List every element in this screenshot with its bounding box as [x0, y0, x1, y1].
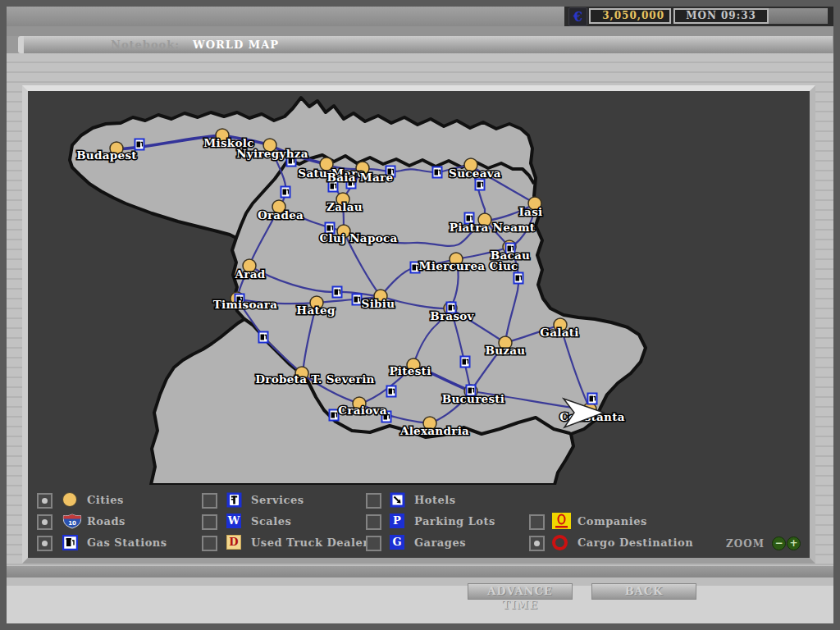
window-frame-bottom [0, 623, 840, 630]
city-label: Galati [540, 326, 578, 339]
city-label: Iasi [519, 205, 543, 218]
city-label: Zalau [326, 200, 363, 213]
services-icon [226, 492, 242, 508]
gas-station-icon [588, 394, 597, 404]
gas-station-icon [281, 187, 290, 198]
gas-station-icon [353, 294, 362, 305]
zoom-in-button[interactable]: + [787, 536, 801, 550]
zoom-control: ZOOM − + [707, 536, 806, 552]
parking-icon: P [390, 514, 404, 528]
map-panel: BudapestMiskolcNyiregyhzaSatu MareBaia M… [22, 85, 815, 564]
city-label: Buzau [486, 344, 526, 357]
legend-icon-parking-lots: P [390, 513, 409, 529]
advance-time-button[interactable]: ADVANCE TIME [468, 583, 573, 600]
clock-display: MON 09:33 [673, 8, 769, 24]
legend-checkbox-roads[interactable] [37, 514, 52, 530]
gas-station-icon [476, 180, 485, 190]
map-legend: ZOOM − + Cities10RoadsGas StationsServic… [28, 485, 810, 558]
city-label: Piatra Neamt [450, 221, 536, 234]
legend-checkbox-gas-stations[interactable] [37, 536, 52, 551]
zoom-out-button[interactable]: − [772, 536, 786, 550]
gas-station-icon [514, 273, 523, 284]
city-label: Pitesti [389, 364, 431, 377]
city-label: Hateg [296, 304, 336, 317]
city-label: Sibiu [362, 297, 395, 310]
legend-checkbox-parking-lots[interactable] [366, 514, 381, 530]
city-label: Brasov [430, 309, 474, 322]
status-panel: € 3,050,000 MON 09:33 [564, 7, 833, 26]
gas-station-icon [62, 535, 78, 550]
city-label: Timisoara [213, 298, 278, 311]
city-label: Alexandria [399, 424, 469, 437]
gas-station-icon [387, 386, 396, 397]
legend-checkbox-hotels[interactable] [366, 493, 381, 509]
legend-checkbox-cargo-destination[interactable] [529, 536, 545, 551]
legend-checkbox-services[interactable] [202, 493, 217, 509]
legend-icon-gas-stations [62, 534, 82, 550]
legend-icon-hotels [390, 491, 409, 508]
companies-icon [552, 513, 571, 529]
euro-currency-icon: € [568, 7, 587, 26]
legend-icon-garages: G [390, 534, 409, 550]
background-band [7, 578, 833, 586]
legend-label-parking-lots: Parking Lots [414, 515, 495, 527]
legend-icon-roads: 10 [62, 513, 82, 529]
gas-station-icon [433, 167, 442, 178]
legend-icon-cargo-destination [552, 534, 572, 550]
city-label: Nyiregyhza [236, 147, 308, 160]
gas-station-icon [333, 287, 342, 298]
city-label: Cluj Napoca [319, 231, 397, 244]
legend-icon-scales: W [226, 513, 246, 529]
checkbox-dot [42, 541, 48, 546]
legend-label-cities: Cities [87, 494, 124, 506]
legend-label-scales: Scales [251, 515, 291, 527]
hotel-icon [390, 492, 405, 508]
legend-icon-used-truck-dealers: D [226, 534, 246, 550]
gas-station-icon [259, 332, 268, 343]
window-frame-top [0, 0, 840, 7]
city-label: Baia Mare [327, 171, 394, 184]
legend-label-services: Services [251, 494, 304, 506]
legend-checkbox-scales[interactable] [202, 514, 217, 530]
back-button[interactable]: BACK [591, 583, 696, 600]
status-panel-tail [769, 8, 828, 24]
legend-label-roads: Roads [87, 515, 126, 527]
notebook-label: Notebook: [111, 39, 180, 51]
legend-checkbox-cities[interactable] [37, 493, 52, 509]
panel-shadow-band [7, 566, 833, 578]
notebook-header: Notebook: WORLD MAP [18, 36, 833, 53]
legend-icon-companies [552, 513, 572, 529]
page-title: WORLD MAP [193, 39, 279, 51]
city-label: Miercurea Ciuc [418, 259, 518, 272]
city-label: Oradea [258, 208, 304, 221]
city-label: Craiova [338, 404, 386, 417]
used-truck-dealer-icon: D [226, 535, 241, 550]
city-label: Budapest [76, 148, 137, 162]
cargo-destination-icon [552, 535, 568, 550]
svg-text:10: 10 [68, 520, 76, 527]
gas-station-icon [330, 410, 339, 421]
interstate-shield-icon: 10 [62, 514, 82, 529]
cities-icon [62, 492, 77, 507]
checkbox-dot [42, 519, 48, 525]
window-frame-right [833, 0, 840, 630]
legend-checkbox-companies[interactable] [529, 514, 545, 530]
checkbox-dot [534, 541, 540, 546]
legend-label-cargo-destination: Cargo Destination [578, 536, 693, 549]
legend-checkbox-garages[interactable] [366, 536, 381, 551]
city-label: Suceava [449, 167, 501, 180]
checkbox-dot [42, 498, 48, 504]
legend-icon-cities [62, 491, 82, 508]
scales-icon: W [226, 514, 241, 528]
world-map[interactable]: BudapestMiskolcNyiregyhzaSatu MareBaia M… [28, 91, 810, 485]
zoom-label: ZOOM [707, 538, 765, 550]
city-label: Arad [235, 267, 266, 281]
legend-label-companies: Companies [578, 515, 647, 527]
legend-checkbox-used-truck-dealers[interactable] [202, 536, 217, 551]
gas-station-icon [461, 357, 470, 368]
money-display: 3,050,000 [589, 8, 671, 24]
window-frame-left [0, 0, 7, 630]
legend-label-used-truck-dealers: Used Truck Dealers [251, 536, 375, 549]
legend-label-gas-stations: Gas Stations [87, 536, 167, 549]
garage-icon: G [390, 535, 404, 550]
